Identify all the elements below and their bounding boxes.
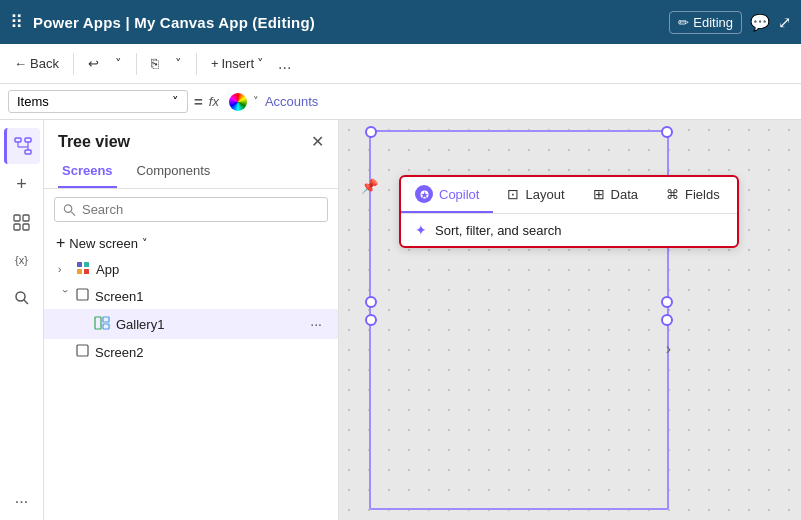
- floating-toolbar: Copilot ⊡ Layout ⊞ Data ⌘ Fields: [399, 175, 739, 248]
- tree-close-button[interactable]: ✕: [311, 132, 324, 151]
- svg-rect-2: [25, 150, 31, 154]
- more-button[interactable]: ...: [274, 51, 295, 77]
- separator-1: [73, 53, 74, 75]
- plus-icon-sidebar[interactable]: +: [4, 166, 40, 202]
- app-icon: [76, 261, 90, 278]
- tree-panel: Tree view ✕ Screens Components + New scr…: [44, 120, 339, 520]
- variable-icon[interactable]: {x}: [4, 242, 40, 278]
- tab-copilot[interactable]: Copilot: [401, 177, 493, 213]
- sort-filter-item[interactable]: ✦ Sort, filter, and search: [401, 214, 737, 246]
- undo-icon: ↩: [88, 56, 99, 71]
- waffle-icon[interactable]: ⠿: [10, 11, 23, 33]
- editing-label: Editing: [693, 15, 733, 30]
- handle-mid-left[interactable]: [365, 314, 377, 326]
- search-icon-sidebar[interactable]: [4, 280, 40, 316]
- screen2-icon: [76, 344, 89, 360]
- fx-symbol: fx: [209, 94, 219, 109]
- search-input[interactable]: [82, 202, 319, 217]
- undo-dropdown[interactable]: ˅: [109, 52, 128, 75]
- editing-button[interactable]: ✏ Editing: [669, 11, 742, 34]
- insert-button[interactable]: + Insert ˅: [205, 52, 270, 75]
- data-icon: ⊞: [593, 186, 605, 202]
- expand-icon-app: ›: [58, 264, 72, 275]
- back-button[interactable]: ← Back: [8, 52, 65, 75]
- handle-top-right[interactable]: [661, 126, 673, 138]
- top-bar: ⠿ Power Apps | My Canvas App (Editing) ✏…: [0, 0, 801, 44]
- tab-layout[interactable]: ⊡ Layout: [493, 177, 578, 213]
- undo-button[interactable]: ↩: [82, 52, 105, 75]
- copy-dropdown[interactable]: ˅: [169, 52, 188, 75]
- separator-2: [136, 53, 137, 75]
- tree-item-screen1[interactable]: › Screen1: [44, 283, 338, 309]
- fields-icon: ⌘: [666, 187, 679, 202]
- expand-icon-screen1: ›: [60, 289, 71, 303]
- chevron-down-icon-3: ˅: [257, 56, 264, 71]
- gallery1-icon: [94, 316, 110, 333]
- new-screen-label: New screen: [69, 236, 138, 251]
- chevron-right-icon[interactable]: ›: [666, 340, 671, 358]
- tree-item-screen2[interactable]: Screen2: [44, 339, 338, 365]
- plus-icon: +: [211, 56, 219, 71]
- items-dropdown[interactable]: Items ˅: [8, 90, 188, 113]
- screen1-label: Screen1: [95, 289, 326, 304]
- svg-rect-9: [14, 224, 20, 230]
- svg-rect-22: [103, 324, 109, 329]
- tree-item-app[interactable]: › App: [44, 256, 338, 283]
- copilot-icon: [415, 185, 433, 203]
- tab-components[interactable]: Components: [133, 155, 215, 188]
- svg-line-14: [71, 211, 75, 215]
- sort-filter-label: Sort, filter, and search: [435, 223, 561, 238]
- more-dots-icon[interactable]: ···: [4, 484, 40, 520]
- svg-rect-16: [84, 262, 89, 267]
- tree-tabs: Screens Components: [44, 155, 338, 189]
- color-formula-icon[interactable]: [229, 93, 247, 111]
- formula-value: Accounts: [265, 94, 793, 109]
- main-area: + {x} ··· Tree view ✕ Screens: [0, 120, 801, 520]
- tree-search-box[interactable]: [54, 197, 328, 222]
- separator-3: [196, 53, 197, 75]
- search-icon-tree: [63, 203, 76, 217]
- copy-button[interactable]: ⎘: [145, 52, 165, 75]
- handle-bottom-right[interactable]: [661, 296, 673, 308]
- tree-items: › App › Sc: [44, 256, 338, 520]
- svg-point-13: [64, 204, 71, 211]
- tab-fields[interactable]: ⌘ Fields: [652, 177, 734, 213]
- top-bar-right: ✏ Editing 💬 ⤢: [669, 11, 791, 34]
- svg-rect-23: [77, 345, 88, 356]
- tree-title: Tree view: [58, 133, 130, 151]
- grid-icon[interactable]: [4, 204, 40, 240]
- chevron-down-formula[interactable]: ˅: [253, 95, 259, 108]
- pencil-icon: ✏: [678, 15, 689, 30]
- app-label: App: [96, 262, 326, 277]
- svg-rect-20: [95, 317, 101, 329]
- svg-rect-21: [103, 317, 109, 322]
- layout-icon: ⊡: [507, 186, 519, 202]
- data-label: Data: [611, 187, 638, 202]
- items-label: Items: [17, 94, 49, 109]
- tab-screens[interactable]: Screens: [58, 155, 117, 188]
- copilot-label: Copilot: [439, 187, 479, 202]
- comment-icon[interactable]: 💬: [750, 13, 770, 32]
- handle-bottom-left[interactable]: [365, 296, 377, 308]
- tab-data[interactable]: ⊞ Data: [579, 177, 652, 213]
- share-icon[interactable]: ⤢: [778, 13, 791, 32]
- tree-view-icon[interactable]: [4, 128, 40, 164]
- handle-top-left[interactable]: [365, 126, 377, 138]
- copy-icon: ⎘: [151, 56, 159, 71]
- svg-rect-7: [14, 215, 20, 221]
- formula-bar: Items ˅ = fx ˅ Accounts: [0, 84, 801, 120]
- tree-item-gallery1[interactable]: Gallery1 ···: [44, 309, 338, 339]
- svg-rect-18: [84, 269, 89, 274]
- sort-filter-icon: ✦: [415, 222, 427, 238]
- new-screen-button[interactable]: + New screen ˅: [44, 230, 338, 256]
- screen2-label: Screen2: [95, 345, 326, 360]
- svg-rect-0: [15, 138, 21, 142]
- toolbar: ← Back ↩ ˅ ⎘ ˅ + Insert ˅ ...: [0, 44, 801, 84]
- fields-label: Fields: [685, 187, 720, 202]
- icon-bar: + {x} ···: [0, 120, 44, 520]
- gallery1-more-button[interactable]: ···: [306, 314, 326, 334]
- layout-label: Layout: [525, 187, 564, 202]
- pin-icon[interactable]: 📌: [361, 178, 378, 194]
- floating-tabs: Copilot ⊡ Layout ⊞ Data ⌘ Fields: [401, 177, 737, 214]
- handle-mid-right[interactable]: [661, 314, 673, 326]
